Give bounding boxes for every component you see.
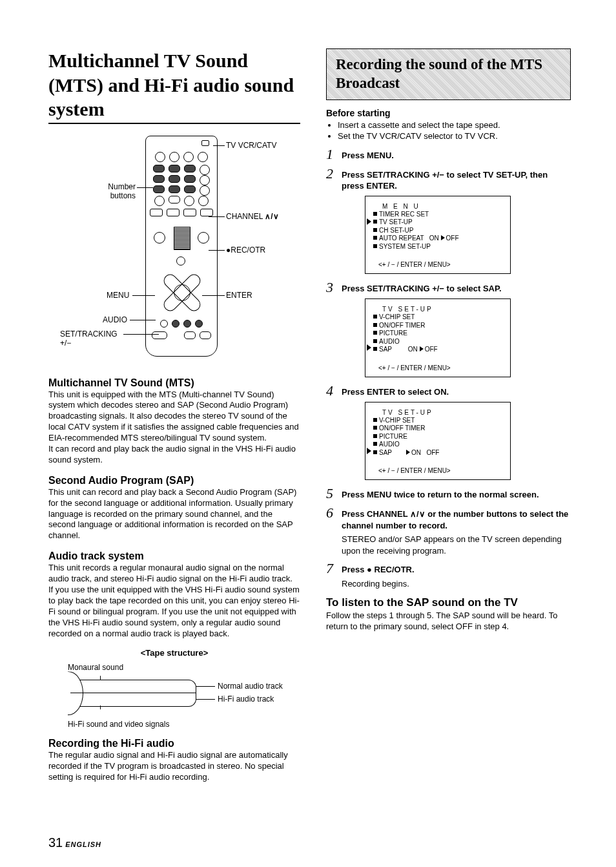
before-bullets: Insert a cassette and select the tape sp… (326, 120, 571, 142)
remote-label-number-buttons: Numberbuttons (87, 182, 136, 200)
remote-diagram: Numberbuttons MENU AUDIO SET/TRACKING+/−… (48, 136, 300, 368)
step-num-6: 6 (326, 506, 336, 520)
step-1-text: Press MENU. (342, 147, 394, 162)
sap-heading: Second Audio Program (SAP) (48, 475, 300, 486)
rec-hifi-heading: Recording the Hi-Fi audio (48, 738, 300, 749)
remote-label-audio: AUDIO (103, 315, 127, 324)
rec-hifi-body: The regular audio signal and Hi-Fi audio… (48, 750, 300, 783)
menu-screen-3: TV SET-UPV-CHIP SETON/OFF TIMERPICTUREAU… (365, 402, 511, 481)
menu-screen-1: M E N UTIMER REC SETTV SET-UPCH SET-UPAU… (365, 196, 511, 275)
remote-label-channel: CHANNEL ∧/∨ (226, 212, 279, 221)
step-1: 1 Press MENU. (326, 147, 571, 162)
step-4-text: Press ENTER to select ON. (342, 384, 449, 398)
step-3: 3 Press SET/TRACKING +/− to select SAP. (326, 280, 571, 295)
remote-label-tv-vcr-catv: TV VCR/CATV (226, 141, 276, 150)
step-7-text: Press ● REC/OTR. (342, 561, 415, 576)
listen-heading: To listen to the SAP sound on the TV (326, 596, 571, 609)
step-num-5: 5 (326, 486, 336, 501)
step-5: 5 Press MENU twice to return to the norm… (326, 486, 571, 501)
tape-hifi-signals-label: Hi-Fi sound and video signals (68, 720, 300, 729)
tape-monaural-label: Monaural sound (68, 663, 300, 672)
tape-normal-label: Normal audio track (218, 682, 283, 691)
step-6-sub: STEREO and/or SAP appears on the TV scre… (342, 534, 571, 556)
step-2-text: Press SET/TRACKING +/− to select TV SET-… (342, 167, 571, 192)
tape-hifi-label: Hi-Fi audio track (218, 695, 274, 704)
before-starting-heading: Before starting (326, 108, 571, 118)
remote-label-set-tracking: SET/TRACKING+/− (60, 329, 131, 348)
banner-heading: Recording the sound of the MTS Broadcast (326, 48, 571, 100)
tape-structure-caption: <Tape structure> (48, 648, 300, 658)
step-num-1: 1 (326, 147, 336, 162)
remote-label-menu: MENU (107, 291, 129, 300)
page-footer: 31 ENGLISH (48, 835, 101, 850)
step-7-sub: Recording begins. (342, 578, 571, 590)
menu-screen-2: TV SET-UPV-CHIP SETON/OFF TIMERPICTUREAU… (365, 298, 511, 377)
step-num-4: 4 (326, 384, 336, 398)
step-num-7: 7 (326, 561, 336, 576)
page-number: 31 (48, 835, 63, 850)
language-label: ENGLISH (65, 841, 101, 848)
before-bullet-0: Insert a cassette and select the tape sp… (338, 120, 571, 131)
before-bullet-1: Set the TV VCR/CATV selector to TV VCR. (338, 131, 571, 142)
step-4: 4 Press ENTER to select ON. (326, 384, 571, 398)
mts-body: This unit is equipped with the MTS (Mult… (48, 390, 300, 466)
listen-body: Follow the steps 1 through 5. The SAP so… (326, 611, 571, 632)
remote-label-rec-otr: ●REC/OTR (226, 245, 265, 255)
step-5-text: Press MENU twice to return to the normal… (342, 486, 539, 501)
step-num-3: 3 (326, 280, 336, 295)
tape-diagram: Normal audio track Hi-Fi audio track (68, 673, 281, 718)
step-7: 7 Press ● REC/OTR. (326, 561, 571, 576)
mts-heading: Multichannel TV Sound (MTS) (48, 377, 300, 389)
step-6-text: Press CHANNEL ∧/∨ or the number buttons … (342, 506, 571, 531)
step-6: 6 Press CHANNEL ∧/∨ or the number button… (326, 506, 571, 531)
audio-track-body: This unit records a regular monaural aud… (48, 563, 300, 639)
sap-body: This unit can record and play back a Sec… (48, 487, 300, 541)
step-num-2: 2 (326, 167, 336, 181)
step-2: 2 Press SET/TRACKING +/− to select TV SE… (326, 167, 571, 192)
remote-label-enter: ENTER (226, 291, 252, 300)
audio-track-heading: Audio track system (48, 550, 300, 562)
title-underline (48, 123, 300, 124)
step-3-text: Press SET/TRACKING +/− to select SAP. (342, 280, 502, 295)
page-title: Multichannel TV Sound (MTS) and Hi-Fi au… (48, 48, 300, 121)
